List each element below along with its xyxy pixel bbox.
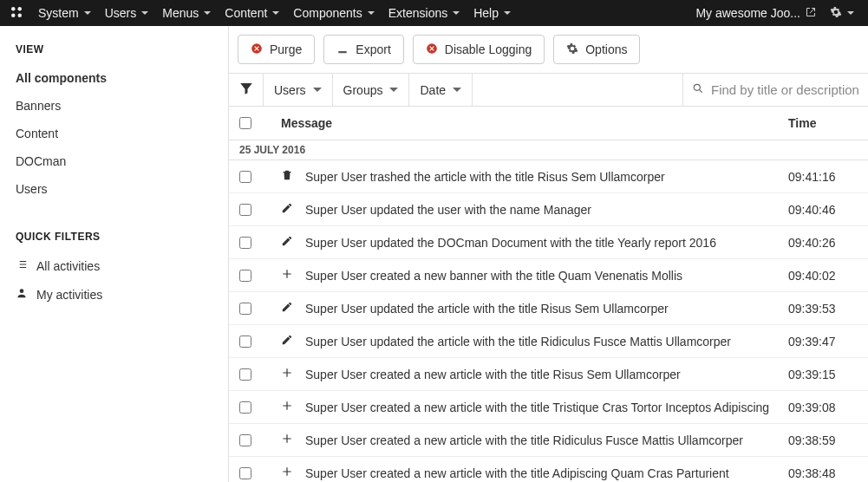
chevron-down-icon [389,88,398,92]
row-message: Super User updated the article with the … [305,302,669,316]
purge-label: Purge [270,42,302,56]
table-row[interactable]: Super User updated the article with the … [229,292,868,325]
plus-icon [281,433,293,447]
select-all-checkbox[interactable] [239,117,251,129]
disable-logging-label: Disable Logging [445,42,532,56]
caret-down-icon [272,11,279,15]
download-icon [336,42,349,57]
date-group-header: 25 JULY 2016 [229,140,868,160]
disable-logging-button[interactable]: Disable Logging [413,35,545,64]
table-body: Super User trashed the article with the … [229,160,868,482]
quick-filter-label: My activities [36,288,102,302]
nav-item-users[interactable]: Users [98,0,156,26]
gear-icon [566,42,578,57]
chevron-down-icon [313,88,322,92]
sidebar-item-label: DOCman [16,154,66,168]
nav-item-system[interactable]: System [31,0,98,26]
gear-icon [830,6,842,21]
funnel-icon [238,81,254,99]
settings-menu[interactable] [823,0,861,26]
sidebar-quickfilters-heading: QUICK FILTERS [0,231,228,243]
filter-bar: Users Groups Date [229,73,868,107]
caret-down-icon [847,11,854,15]
row-message: Super User created a new article with th… [305,401,769,414]
filter-date[interactable]: Date [409,74,473,106]
plus-icon [281,268,293,283]
table-header: Message Time [229,107,868,140]
sidebar-item-docman[interactable]: DOCman [0,147,228,175]
filter-groups-label: Groups [343,83,383,97]
caret-down-icon [453,11,460,15]
user-icon [16,287,28,302]
svg-point-2 [11,13,16,17]
sidebar-item-content[interactable]: Content [0,120,228,147]
table-row[interactable]: Super User updated the article with the … [229,325,868,358]
nav-item-components[interactable]: Components [286,0,381,26]
row-checkbox[interactable] [239,303,251,315]
toolbar: Purge Export Disable Logging Options [229,26,868,73]
sidebar-item-label: Content [16,127,58,140]
plus-icon [281,466,293,480]
table-row[interactable]: Super User created a new article with th… [229,457,868,482]
edit-icon [281,334,293,348]
table-row[interactable]: Super User created a new article with th… [229,358,868,391]
search-icon [692,82,704,97]
purge-button[interactable]: Purge [238,35,315,64]
filter-date-label: Date [420,83,446,97]
row-checkbox[interactable] [239,171,251,183]
sidebar-item-users[interactable]: Users [0,175,228,203]
row-message: Super User updated the user with the nam… [305,203,591,217]
header-time: Time [788,116,858,130]
table-row[interactable]: Super User created a new banner with the… [229,259,868,292]
sidebar-item-label: All components [16,71,107,85]
row-time: 09:39:08 [788,401,858,414]
nav-item-menus[interactable]: Menus [155,0,218,26]
nav-item-label: System [38,6,79,20]
nav-item-content[interactable]: Content [218,0,286,26]
search-input[interactable] [711,82,859,97]
row-checkbox[interactable] [239,401,251,414]
options-label: Options [585,42,627,56]
row-time: 09:38:59 [788,433,858,447]
table-row[interactable]: Super User created a new article with th… [229,424,868,457]
row-message: Super User trashed the article with the … [305,170,665,184]
filter-users[interactable]: Users [264,74,333,106]
header-message: Message [269,116,776,130]
sidebar-item-label: Users [16,182,48,196]
filter-groups[interactable]: Groups [333,74,410,106]
row-time: 09:39:53 [788,302,858,316]
row-checkbox[interactable] [239,434,251,446]
row-message: Super User created a new article with th… [305,433,743,447]
caret-down-icon [368,11,375,15]
sidebar-item-banners[interactable]: Banners [0,92,228,120]
sidebar-item-label: Banners [16,99,61,113]
row-checkbox[interactable] [239,270,251,282]
row-checkbox[interactable] [239,335,251,348]
filter-toggle[interactable] [229,74,264,106]
options-button[interactable]: Options [553,35,640,64]
sidebar-item-all-components[interactable]: All components [0,64,228,92]
row-checkbox[interactable] [239,204,251,216]
site-name-link[interactable]: My awesome Joo... [689,0,823,26]
row-message: Super User updated the article with the … [305,335,731,348]
x-circle-icon [251,42,263,57]
nav-item-label: Users [105,6,137,20]
list-icon [16,258,28,273]
row-checkbox[interactable] [239,368,251,381]
table-row[interactable]: Super User created a new article with th… [229,391,868,424]
quick-filter-all-activities[interactable]: All activities [0,251,228,280]
nav-item-extensions[interactable]: Extensions [382,0,467,26]
row-message: Super User updated the DOCman Document w… [305,236,716,250]
table-row[interactable]: Super User updated the user with the nam… [229,193,868,226]
row-message: Super User created a new article with th… [305,466,729,480]
edit-icon [281,202,293,217]
row-checkbox[interactable] [239,237,251,249]
nav-item-help[interactable]: Help [467,0,518,26]
table-row[interactable]: Super User trashed the article with the … [229,160,868,193]
export-label: Export [356,42,390,56]
row-checkbox[interactable] [239,467,251,479]
table-row[interactable]: Super User updated the DOCman Document w… [229,226,868,259]
quick-filter-my-activities[interactable]: My activities [0,280,228,309]
export-button[interactable]: Export [323,35,403,64]
svg-point-4 [20,289,24,293]
